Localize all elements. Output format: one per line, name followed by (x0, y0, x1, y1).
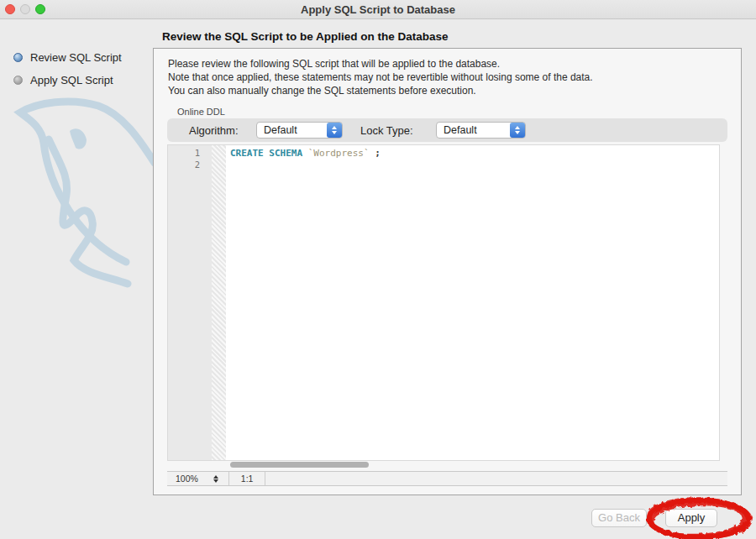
close-window-icon[interactable] (5, 4, 15, 14)
lock-type-dropdown[interactable]: Default (436, 122, 526, 139)
step-active-bullet-icon (13, 53, 23, 62)
statusbar-divider (228, 472, 229, 485)
zoom-level-value: 100% (176, 474, 198, 484)
review-script-panel: Please review the following SQL script t… (153, 48, 742, 495)
instructions-line-3: You can also manually change the SQL sta… (168, 84, 593, 97)
minimize-window-icon[interactable] (20, 4, 30, 14)
sql-terminator: ; (375, 148, 381, 159)
window-title: Apply SQL Script to Database (0, 0, 756, 19)
online-ddl-bar: Algorithm: Default Lock Type: Default (167, 118, 727, 142)
sql-identifier: `Wordpress` (308, 148, 370, 159)
algorithm-selected-value: Default (257, 124, 326, 136)
dropdown-stepper-icon (327, 123, 342, 138)
statusbar-divider (265, 472, 265, 485)
wizard-steps: Review SQL Script Apply SQL Script (13, 51, 122, 97)
wizard-sidebar: Review SQL Script Apply SQL Script (0, 20, 153, 539)
ratio-value: 1:1 (241, 474, 254, 484)
editor-line-number-gutter: 1 2 (168, 145, 212, 460)
zoom-stepper[interactable] (213, 475, 218, 483)
step-label: Apply SQL Script (30, 74, 113, 86)
sql-code-area[interactable]: CREATE SCHEMA `Wordpress` ; (226, 145, 719, 460)
instructions-line-1: Please review the following SQL script t… (168, 57, 593, 71)
line-number: 2 (168, 160, 200, 171)
instructions-line-2: Note that once applied, these statements… (168, 71, 593, 84)
algorithm-dropdown[interactable]: Default (256, 122, 343, 139)
sql-keyword: CREATE SCHEMA (230, 148, 302, 159)
step-apply-sql-script: Apply SQL Script (13, 74, 122, 86)
page-title: Review the SQL Script to be Applied on t… (162, 30, 449, 43)
lock-type-selected-value: Default (437, 124, 509, 136)
editor-fold-margin (212, 145, 226, 460)
titlebar: Apply SQL Script to Database (0, 0, 756, 19)
dropdown-stepper-icon (510, 123, 525, 138)
lock-type-label: Lock Type: (360, 124, 413, 137)
step-pending-bullet-icon (13, 76, 23, 85)
algorithm-label: Algorithm: (189, 124, 239, 137)
zoom-window-icon[interactable] (35, 4, 45, 14)
step-label: Review SQL Script (30, 51, 122, 64)
go-back-button[interactable]: Go Back (591, 509, 647, 527)
step-review-sql-script: Review SQL Script (13, 51, 122, 64)
horizontal-scrollbar-thumb[interactable] (230, 462, 369, 468)
apply-button[interactable]: Apply (665, 509, 717, 527)
editor-status-bar: 100% 1:1 (167, 471, 727, 486)
line-number: 1 (168, 148, 200, 160)
instructions-text: Please review the following SQL script t… (168, 57, 593, 97)
online-ddl-group-label: Online DDL (177, 107, 225, 117)
sql-editor: 1 2 CREATE SCHEMA `Wordpress` ; (167, 144, 720, 461)
